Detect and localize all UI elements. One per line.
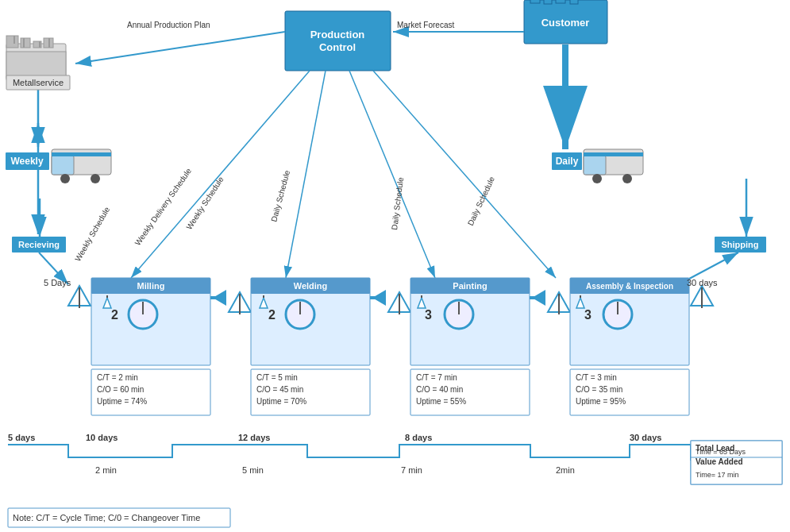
svg-text:Weekly Schedule: Weekly Schedule xyxy=(184,175,225,231)
svg-rect-47 xyxy=(12,237,66,253)
svg-text:30 days: 30 days xyxy=(630,433,661,442)
svg-text:3: 3 xyxy=(425,308,432,322)
svg-text:C/O = 35 min: C/O = 35 min xyxy=(576,385,622,394)
svg-point-67 xyxy=(129,300,157,329)
svg-text:Weekly Schedule: Weekly Schedule xyxy=(73,205,111,263)
svg-rect-88 xyxy=(410,278,530,294)
svg-text:Production: Production xyxy=(310,29,365,40)
svg-rect-30 xyxy=(52,149,111,175)
svg-rect-49 xyxy=(715,237,766,253)
svg-text:C/T = 3 min: C/T = 3 min xyxy=(576,373,617,382)
svg-point-41 xyxy=(622,174,632,183)
svg-text:Total Lead: Total Lead xyxy=(696,445,732,453)
svg-marker-69 xyxy=(103,298,111,308)
svg-point-91 xyxy=(445,300,473,329)
svg-line-53 xyxy=(131,71,310,278)
svg-text:Time= 17 min: Time= 17 min xyxy=(696,471,738,479)
svg-point-40 xyxy=(592,174,602,183)
svg-marker-95 xyxy=(532,290,545,306)
svg-rect-100 xyxy=(570,278,689,294)
svg-rect-4 xyxy=(6,36,18,48)
svg-rect-31 xyxy=(52,156,74,175)
svg-text:5 Days: 5 Days xyxy=(44,278,71,287)
svg-rect-84 xyxy=(370,296,386,299)
svg-rect-8 xyxy=(6,52,66,79)
svg-text:8 days: 8 days xyxy=(405,433,432,442)
svg-text:2min: 2min xyxy=(556,465,575,475)
svg-text:C/O = 45 min: C/O = 45 min xyxy=(256,385,303,394)
svg-text:5 min: 5 min xyxy=(242,465,264,475)
svg-rect-99 xyxy=(570,278,689,365)
svg-line-57 xyxy=(349,71,435,278)
svg-rect-38 xyxy=(584,149,643,175)
svg-text:Time= 17 min: Time= 17 min xyxy=(696,471,738,479)
svg-line-22 xyxy=(75,32,285,64)
svg-rect-96 xyxy=(530,296,545,299)
svg-point-32 xyxy=(60,174,70,183)
svg-text:Shipping: Shipping xyxy=(721,240,758,249)
svg-text:Recieving: Recieving xyxy=(18,240,60,249)
svg-text:Painting: Painting xyxy=(453,281,487,291)
svg-point-33 xyxy=(91,174,100,183)
svg-rect-13 xyxy=(524,0,607,44)
svg-text:10 days: 10 days xyxy=(86,433,118,442)
svg-text:Milling: Milling xyxy=(137,281,165,291)
svg-point-79 xyxy=(286,300,314,329)
svg-line-51 xyxy=(39,253,68,284)
svg-text:Uptime = 70%: Uptime = 70% xyxy=(256,397,306,406)
svg-marker-61 xyxy=(68,286,91,306)
svg-text:C/O = 60 min: C/O = 60 min xyxy=(97,385,144,394)
svg-rect-43 xyxy=(552,152,582,170)
svg-text:C/T = 5 min: C/T = 5 min xyxy=(256,373,298,382)
svg-text:Assembly & Inspection: Assembly & Inspection xyxy=(586,282,673,291)
svg-line-59 xyxy=(373,71,556,278)
svg-rect-17 xyxy=(570,0,578,4)
svg-rect-42 xyxy=(584,152,643,156)
svg-marker-105 xyxy=(576,298,584,308)
svg-text:Weekly Delivery Schedule: Weekly Delivery Schedule xyxy=(133,166,194,247)
svg-text:Daily Schedule: Daily Schedule xyxy=(390,176,405,230)
svg-marker-93 xyxy=(418,298,426,308)
svg-point-103 xyxy=(603,300,632,329)
svg-rect-134 xyxy=(691,441,782,484)
svg-text:Uptime = 74%: Uptime = 74% xyxy=(97,397,147,406)
svg-text:Daily: Daily xyxy=(556,156,579,167)
svg-text:2: 2 xyxy=(111,308,118,322)
svg-rect-75 xyxy=(251,278,370,365)
svg-text:3: 3 xyxy=(584,308,592,322)
svg-text:Daily Schedule: Daily Schedule xyxy=(269,169,291,223)
svg-text:Metallservice: Metallservice xyxy=(13,78,64,87)
svg-marker-71 xyxy=(213,290,226,306)
svg-marker-83 xyxy=(372,290,386,306)
svg-rect-5 xyxy=(21,38,30,48)
svg-rect-15 xyxy=(544,0,552,4)
svg-rect-7 xyxy=(44,38,53,48)
svg-marker-81 xyxy=(260,298,268,308)
svg-rect-39 xyxy=(584,156,606,175)
svg-text:30 days: 30 days xyxy=(687,278,718,287)
svg-rect-63 xyxy=(91,278,210,365)
svg-text:2: 2 xyxy=(268,308,276,322)
svg-text:Welding: Welding xyxy=(294,281,328,291)
svg-rect-140 xyxy=(691,441,782,484)
svg-marker-97 xyxy=(548,292,570,312)
svg-text:5 days: 5 days xyxy=(8,433,35,442)
svg-rect-72 xyxy=(210,296,226,299)
svg-text:Uptime = 95%: Uptime = 95% xyxy=(576,397,626,406)
svg-text:Value Added: Value Added xyxy=(696,462,740,471)
svg-marker-73 xyxy=(229,292,251,312)
svg-rect-146 xyxy=(8,508,230,527)
svg-line-52 xyxy=(679,253,738,284)
svg-text:2 min: 2 min xyxy=(95,465,117,475)
arrows-svg: Customer Production Control Annual Produ… xyxy=(0,0,790,532)
svg-rect-113 xyxy=(251,369,370,415)
svg-text:Value Added: Value Added xyxy=(696,457,743,466)
svg-rect-14 xyxy=(530,0,540,3)
svg-text:12 days: 12 days xyxy=(238,433,270,442)
svg-rect-16 xyxy=(556,0,565,3)
diagram: Customer Production Control Annual Produ… xyxy=(0,0,790,532)
svg-text:Weekly: Weekly xyxy=(10,156,43,167)
svg-marker-85 xyxy=(388,292,410,312)
svg-rect-35 xyxy=(6,152,49,170)
svg-text:Time = 65 Days: Time = 65 Days xyxy=(696,449,746,457)
